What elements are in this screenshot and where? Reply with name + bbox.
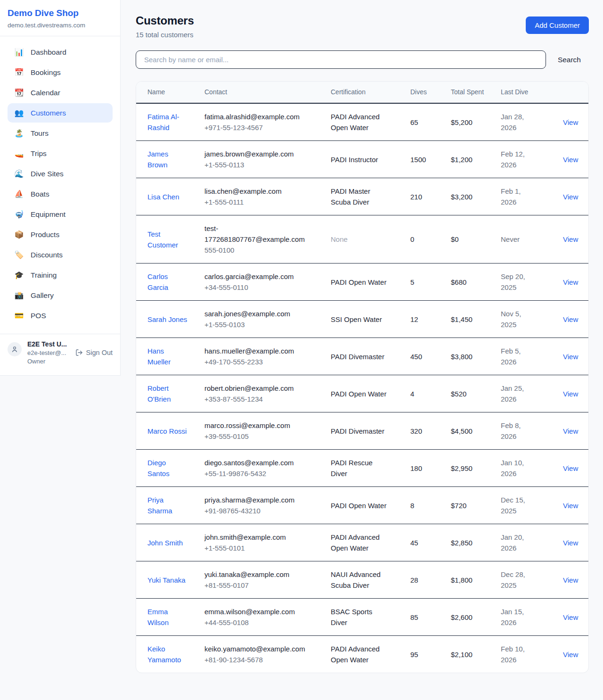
customer-last-dive: Feb 1, 2026 <box>501 178 551 215</box>
customer-email: carlos.garcia@example.com <box>204 271 316 282</box>
customer-certification: PADI Divemaster <box>331 353 384 361</box>
table-row: James Brown james.brown@example.com +1-5… <box>136 141 588 178</box>
customer-phone: +1-555-0103 <box>204 319 316 330</box>
customer-dives: 85 <box>410 599 451 636</box>
add-customer-button[interactable]: Add Customer <box>526 16 589 34</box>
customer-name-link[interactable]: Fatima Al-Rashid <box>147 113 179 132</box>
sidebar-item-gallery[interactable]: 📸 Gallery <box>8 286 113 305</box>
sidebar-item-label: Products <box>31 231 59 239</box>
customer-dives: 1500 <box>410 141 451 178</box>
customer-email: john.smith@example.com <box>204 532 316 543</box>
customer-name-link[interactable]: Diego Santos <box>147 459 170 478</box>
customer-name-link[interactable]: Sarah Jones <box>147 315 187 323</box>
view-customer-link[interactable]: View <box>563 315 578 323</box>
customer-name-link[interactable]: Yuki Tanaka <box>147 576 186 584</box>
table-header-row: Name Contact Certification Dives Total S… <box>136 82 588 103</box>
customer-total-spent: $0 <box>451 215 501 264</box>
customer-name-link[interactable]: Lisa Chen <box>147 193 179 201</box>
sidebar-item-discounts[interactable]: 🏷️ Discounts <box>8 245 113 264</box>
main-content: Customers 15 total customers Add Custome… <box>121 0 603 673</box>
sidebar-item-calendar[interactable]: 📆 Calendar <box>8 83 113 102</box>
sidebar-item-bookings[interactable]: 📅 Bookings <box>8 63 113 82</box>
customers-table: Name Contact Certification Dives Total S… <box>136 82 588 673</box>
sidebar-item-label: Training <box>31 271 57 280</box>
view-customer-link[interactable]: View <box>563 156 578 164</box>
table-row: Emma Wilson emma.wilson@example.com +44-… <box>136 599 588 636</box>
view-customer-link[interactable]: View <box>563 390 578 398</box>
customer-phone: +49-170-555-2233 <box>204 356 316 367</box>
sidebar-item-training[interactable]: 🎓 Training <box>8 265 113 285</box>
customer-name-link[interactable]: Carlos Garcia <box>147 272 168 291</box>
customer-phone: +81-90-1234-5678 <box>204 654 316 665</box>
column-header-dives: Dives <box>410 82 451 103</box>
sidebar-item-boats[interactable]: ⛵ Boats <box>8 184 113 204</box>
customer-name-link[interactable]: Hans Mueller <box>147 347 171 366</box>
search-button[interactable]: Search <box>558 56 581 64</box>
customer-email: robert.obrien@example.com <box>204 383 316 394</box>
sidebar-item-label: Dive Sites <box>31 170 64 178</box>
column-header-total-spent: Total Spent <box>451 82 501 103</box>
customer-certification: PADI Divemaster <box>331 427 384 435</box>
customer-name-link[interactable]: John Smith <box>147 539 183 547</box>
customer-certification: PADI Open Water <box>331 502 386 510</box>
sidebar-item-customers[interactable]: 👥 Customers <box>8 103 113 123</box>
column-header-contact: Contact <box>204 82 331 103</box>
customer-dives: 12 <box>410 301 451 338</box>
sidebar-item-label: Customers <box>31 109 66 117</box>
view-customer-link[interactable]: View <box>563 353 578 361</box>
dashboard-icon: 📊 <box>14 47 24 57</box>
customer-total-spent: $520 <box>451 375 501 412</box>
view-customer-link[interactable]: View <box>563 118 578 126</box>
customer-email: james.brown@example.com <box>204 148 316 159</box>
customer-name-link[interactable]: Emma Wilson <box>147 608 169 626</box>
customer-total-spent: $2,100 <box>451 636 501 673</box>
view-customer-link[interactable]: View <box>563 502 578 510</box>
customer-name-link[interactable]: Test Customer <box>147 230 178 249</box>
customer-certification: None <box>331 235 348 243</box>
customer-name-link[interactable]: Marco Rossi <box>147 427 187 435</box>
sidebar-item-label: Dashboard <box>31 48 66 57</box>
sidebar-item-pos[interactable]: 💳 POS <box>8 306 113 325</box>
search-input[interactable] <box>136 50 546 69</box>
customer-name-link[interactable]: Robert O'Brien <box>147 384 171 403</box>
search-row: Search <box>136 50 589 69</box>
customer-last-dive: Feb 10, 2026 <box>501 636 551 673</box>
sidebar-item-tours[interactable]: 🏝️ Tours <box>8 124 113 143</box>
view-customer-link[interactable]: View <box>563 278 578 286</box>
customer-name-link[interactable]: James Brown <box>147 150 168 169</box>
tours-icon: 🏝️ <box>14 128 24 138</box>
products-icon: 📦 <box>14 230 24 239</box>
table-row: Diego Santos diego.santos@example.com +5… <box>136 450 588 487</box>
table-row: Fatima Al-Rashid fatima.alrashid@example… <box>136 103 588 141</box>
sign-out-button[interactable]: Sign Out <box>75 349 113 356</box>
view-customer-link[interactable]: View <box>563 235 578 243</box>
user-name: E2E Test U... <box>27 340 70 348</box>
customer-name-link[interactable]: Priya Sharma <box>147 496 172 515</box>
sidebar-item-trips[interactable]: 🚤 Trips <box>8 144 113 163</box>
customer-certification: PADI Open Water <box>331 390 386 398</box>
customer-last-dive: Dec 28, 2025 <box>501 561 551 599</box>
customer-certification: NAUI Advanced Scuba Diver <box>331 570 381 589</box>
customer-last-dive: Feb 12, 2026 <box>501 141 551 178</box>
view-customer-link[interactable]: View <box>563 651 578 659</box>
customer-certification: SSI Open Water <box>331 315 382 323</box>
customer-name-link[interactable]: Keiko Yamamoto <box>147 645 181 664</box>
sidebar: Demo Dive Shop demo.test.divestreams.com… <box>0 0 121 376</box>
view-customer-link[interactable]: View <box>563 427 578 435</box>
customer-last-dive: Feb 5, 2026 <box>501 338 551 375</box>
customer-last-dive: Nov 5, 2025 <box>501 301 551 338</box>
view-customer-link[interactable]: View <box>563 613 578 621</box>
customer-total-spent: $3,200 <box>451 178 501 215</box>
sidebar-item-equipment[interactable]: 🤿 Equipment <box>8 205 113 224</box>
brand-domain: demo.test.divestreams.com <box>8 22 113 29</box>
view-customer-link[interactable]: View <box>563 193 578 201</box>
view-customer-link[interactable]: View <box>563 464 578 472</box>
view-customer-link[interactable]: View <box>563 576 578 584</box>
sidebar-item-label: POS <box>31 312 46 320</box>
sidebar-item-label: Calendar <box>31 89 60 97</box>
sidebar-item-dive-sites[interactable]: 🌊 Dive Sites <box>8 164 113 183</box>
customer-email: marco.rossi@example.com <box>204 420 316 431</box>
sidebar-item-products[interactable]: 📦 Products <box>8 225 113 244</box>
view-customer-link[interactable]: View <box>563 539 578 547</box>
sidebar-item-dashboard[interactable]: 📊 Dashboard <box>8 42 113 62</box>
